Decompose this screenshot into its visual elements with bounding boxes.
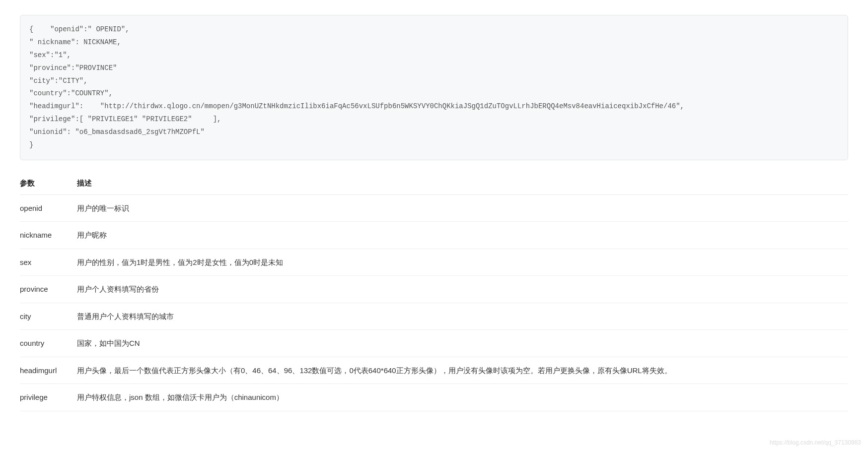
param-name-cell: country	[20, 330, 77, 357]
param-name-cell: nickname	[20, 222, 77, 249]
table-row: sex 用户的性别，值为1时是男性，值为2时是女性，值为0时是未知	[20, 249, 848, 276]
table-header-row: 参数 描述	[20, 172, 848, 195]
param-desc-cell: 普通用户个人资料填写的城市	[77, 303, 848, 330]
table-row: city 普通用户个人资料填写的城市	[20, 303, 848, 330]
param-desc-cell: 用户特权信息，json 数组，如微信沃卡用户为（chinaunicom）	[77, 384, 848, 411]
param-name-cell: openid	[20, 194, 77, 222]
header-desc: 描述	[77, 172, 848, 195]
param-name-cell: sex	[20, 249, 77, 276]
param-desc-cell: 国家，如中国为CN	[77, 330, 848, 357]
param-desc-cell: 用户的性别，值为1时是男性，值为2时是女性，值为0时是未知	[77, 249, 848, 276]
table-row: privilege 用户特权信息，json 数组，如微信沃卡用户为（chinau…	[20, 384, 848, 411]
param-name-cell: headimgurl	[20, 357, 77, 384]
param-desc-cell: 用户个人资料填写的省份	[77, 276, 848, 303]
table-row: nickname 用户昵称	[20, 222, 848, 249]
table-row: openid 用户的唯一标识	[20, 194, 848, 222]
param-desc-cell: 用户的唯一标识	[77, 194, 848, 222]
param-desc-cell: 用户昵称	[77, 222, 848, 249]
param-name-cell: privilege	[20, 384, 77, 411]
param-name-cell: city	[20, 303, 77, 330]
json-code-block: { "openid":" OPENID", " nickname": NICKN…	[20, 15, 848, 160]
param-name-cell: province	[20, 276, 77, 303]
parameter-table: 参数 描述 openid 用户的唯一标识 nickname 用户昵称 sex 用…	[20, 172, 848, 411]
table-row: country 国家，如中国为CN	[20, 330, 848, 357]
header-param: 参数	[20, 172, 77, 195]
param-desc-cell: 用户头像，最后一个数值代表正方形头像大小（有0、46、64、96、132数值可选…	[77, 357, 848, 384]
table-row: province 用户个人资料填写的省份	[20, 276, 848, 303]
table-row: headimgurl 用户头像，最后一个数值代表正方形头像大小（有0、46、64…	[20, 357, 848, 384]
